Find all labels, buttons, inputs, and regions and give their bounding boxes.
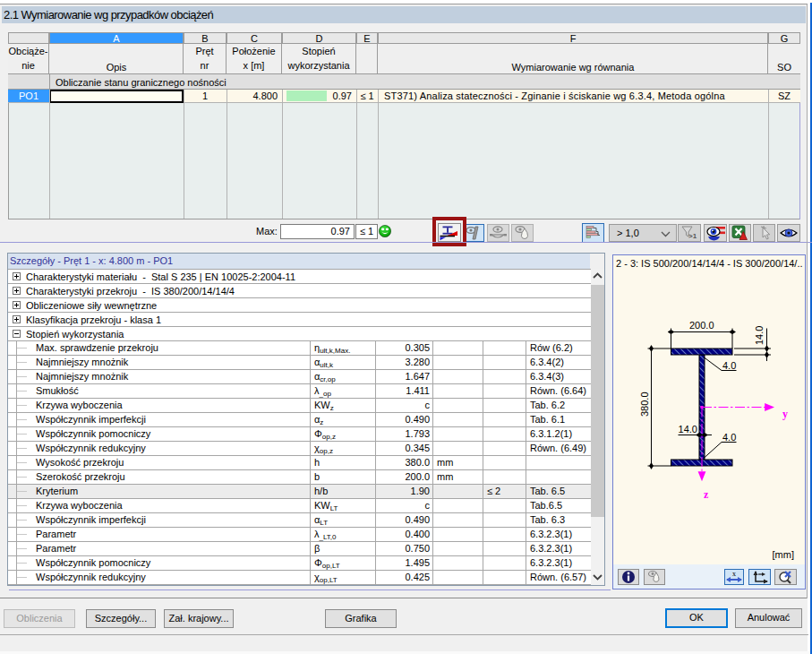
svg-text:14.0: 14.0 bbox=[679, 424, 697, 435]
svg-text:>1: >1 bbox=[688, 232, 697, 240]
svg-text:14.0: 14.0 bbox=[754, 326, 765, 345]
svg-text:200.0: 200.0 bbox=[689, 320, 714, 331]
svg-text:4.0: 4.0 bbox=[722, 360, 736, 371]
svg-text:x: x bbox=[732, 570, 736, 578]
svg-text:z: z bbox=[704, 488, 709, 501]
svg-text:y: y bbox=[782, 408, 788, 420]
svg-text:4.0: 4.0 bbox=[722, 432, 736, 443]
svg-text:380.0: 380.0 bbox=[639, 392, 650, 417]
